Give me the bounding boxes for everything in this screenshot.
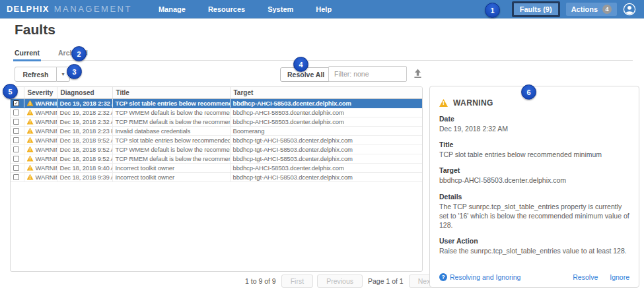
panel-action-links: Resolve Ignore	[573, 273, 629, 281]
table-row[interactable]: WARNING Dec 18, 2018 9:52 AM TCP slot ta…	[11, 135, 422, 145]
panel-date-value: Dec 19, 2018 2:32 AM	[439, 124, 629, 133]
row-diagnosed-cell: Dec 18, 2018 9:39 AM	[57, 172, 112, 181]
row-target-cell: bbdhcp-AHCI-58503.dcenter.delphix.com	[230, 98, 422, 108]
row-checkbox[interactable]	[13, 128, 19, 134]
brand-primary: DELPHIX	[7, 4, 50, 14]
export-upload-icon[interactable]	[411, 68, 424, 81]
help-question-icon: ?	[439, 273, 447, 281]
panel-user-action-label: User Action	[439, 237, 629, 245]
row-checkbox-cell	[11, 154, 24, 163]
panel-details-value: The TCP sunrpc.tcp_slot_table_entries pr…	[439, 202, 629, 230]
annotation-callout-4: 4	[293, 57, 308, 72]
filter-input[interactable]	[328, 66, 407, 82]
nav-menu: Manage Resources System Help	[159, 5, 332, 13]
row-checkbox[interactable]	[13, 174, 19, 180]
ignore-link[interactable]: Ignore	[610, 273, 629, 281]
tab-bar: Current Archived	[13, 49, 633, 61]
warning-icon	[27, 100, 34, 106]
topbar-right: Faults (9) Actions 4	[512, 1, 636, 17]
row-title-cell: Invalid database credentials	[112, 126, 230, 135]
table-row[interactable]: WARNING Dec 18, 2018 9:52 AM TCP RMEM de…	[11, 154, 422, 163]
faults-button[interactable]: Faults (9)	[512, 1, 560, 17]
row-checkbox[interactable]	[13, 137, 19, 143]
nav-item-system[interactable]: System	[268, 5, 293, 13]
panel-severity: WARNING	[453, 98, 493, 108]
table-row[interactable]: ✓ WARNING Dec 19, 2018 2:32 AM TCP slot …	[11, 98, 422, 108]
row-title-cell: TCP WMEM default is below the recommende…	[112, 108, 230, 117]
nav-item-help[interactable]: Help	[316, 5, 332, 13]
row-target-cell: bbdhcp-AHCI-58503.dcenter.delphix.com	[230, 117, 422, 126]
warning-icon	[27, 156, 34, 162]
resolving-ignoring-help-link[interactable]: ? Resolving and Ignoring	[439, 273, 520, 281]
row-severity-cell: WARNING	[24, 154, 57, 163]
row-diagnosed-cell: Dec 18, 2018 9:52 AM	[57, 135, 112, 145]
panel-date-label: Date	[439, 115, 629, 123]
warning-icon	[27, 119, 34, 125]
panel-title-section: Title TCP slot table entries below recom…	[439, 141, 629, 159]
warning-icon	[27, 146, 34, 152]
row-checkbox-cell	[11, 108, 24, 117]
panel-footer: ? Resolving and Ignoring Resolve Ignore	[439, 273, 629, 281]
row-severity-cell: WARNING	[24, 126, 57, 135]
pagination-previous-button[interactable]: Previous	[317, 275, 363, 288]
row-severity-cell: WARNING	[24, 163, 57, 172]
refresh-button[interactable]: Refresh	[15, 67, 57, 82]
warning-icon	[27, 128, 34, 134]
row-checkbox[interactable]	[13, 110, 19, 115]
row-checkbox-cell	[11, 145, 24, 154]
warning-icon	[439, 99, 448, 107]
annotation-callout-3: 3	[67, 64, 82, 79]
row-checkbox-cell	[11, 163, 24, 172]
row-checkbox-cell	[11, 126, 24, 135]
nav-item-manage[interactable]: Manage	[159, 5, 186, 13]
warning-icon	[27, 137, 34, 143]
row-target-cell: bbdhcp-AHCI-58503.dcenter.delphix.com	[230, 108, 422, 117]
row-target-cell: bbdhcp-tgt-AHCI-58503.dcenter.delphix.co…	[230, 154, 422, 163]
table-row[interactable]: WARNING Dec 18, 2018 9:52 AM TCP WMEM de…	[11, 145, 422, 154]
panel-date-section: Date Dec 19, 2018 2:32 AM	[439, 115, 629, 133]
table-row[interactable]: WARNING Dec 19, 2018 2:32 AM TCP WMEM de…	[11, 108, 422, 117]
resolve-link[interactable]: Resolve	[573, 273, 598, 281]
nav-item-resources[interactable]: Resources	[208, 5, 245, 13]
panel-target-section: Target bbdhcp-AHCI-58503.dcenter.delphix…	[439, 166, 629, 185]
panel-user-action-section: User Action Raise the sunrpc.tcp_slot_ta…	[439, 237, 629, 255]
help-link-label: Resolving and Ignoring	[450, 273, 520, 281]
row-title-cell: TCP slot table entries below recommended…	[112, 98, 230, 108]
row-title-cell: TCP WMEM default is below the recommende…	[112, 145, 230, 154]
header-title: Title	[112, 87, 230, 98]
row-checkbox[interactable]	[13, 119, 19, 125]
fault-detail-panel: WARNING Date Dec 19, 2018 2:32 AM Title …	[429, 86, 639, 288]
row-diagnosed-cell: Dec 19, 2018 2:32 AM	[57, 98, 112, 108]
tab-current[interactable]: Current	[15, 49, 40, 60]
row-title-cell: TCP slot table entries below recommended…	[112, 135, 230, 145]
row-checkbox-cell	[11, 172, 24, 181]
row-checkbox[interactable]	[13, 146, 19, 152]
warning-icon	[27, 110, 34, 115]
row-target-cell: bbdhcp-tgt-AHCI-58503.dcenter.delphix.co…	[230, 172, 422, 181]
warning-icon	[27, 165, 34, 171]
annotation-callout-2: 2	[71, 46, 87, 61]
user-profile-icon[interactable]	[623, 3, 636, 16]
row-title-cell: TCP RMEM default is below the recommende…	[112, 117, 230, 126]
table-row[interactable]: WARNING Dec 19, 2018 2:32 AM TCP RMEM de…	[11, 117, 422, 126]
row-severity-cell: WARNING	[24, 135, 57, 145]
header-diagnosed: Diagnosed	[57, 87, 112, 98]
row-checkbox[interactable]	[13, 165, 19, 171]
annotation-callout-1: 1	[485, 3, 500, 18]
row-checkbox[interactable]	[13, 156, 19, 162]
top-nav-bar: DELPHIX MANAGEMENT Manage Resources Syst…	[0, 0, 644, 18]
panel-target-value: bbdhcp-AHCI-58503.dcenter.delphix.com	[439, 176, 629, 185]
row-title-cell: Incorrect toolkit owner	[112, 172, 230, 181]
row-title-cell: Incorrect toolkit owner	[112, 163, 230, 172]
row-diagnosed-cell: Dec 18, 2018 9:40 AM	[57, 163, 112, 172]
table-row[interactable]: WARNING Dec 18, 2018 2:23 PM Invalid dat…	[11, 126, 422, 135]
actions-button[interactable]: Actions 4	[566, 3, 617, 16]
table-row[interactable]: WARNING Dec 18, 2018 9:39 AM Incorrect t…	[11, 172, 422, 181]
row-title-cell: TCP RMEM default is below the recommende…	[112, 154, 230, 163]
table-row[interactable]: WARNING Dec 18, 2018 9:40 AM Incorrect t…	[11, 163, 422, 172]
pagination-first-button[interactable]: First	[281, 275, 313, 288]
row-checkbox-cell: ✓	[11, 98, 24, 108]
row-checkbox[interactable]: ✓	[13, 100, 19, 106]
faults-table-body: ✓ WARNING Dec 19, 2018 2:32 AM TCP slot …	[11, 98, 422, 181]
panel-header: WARNING	[439, 98, 629, 108]
